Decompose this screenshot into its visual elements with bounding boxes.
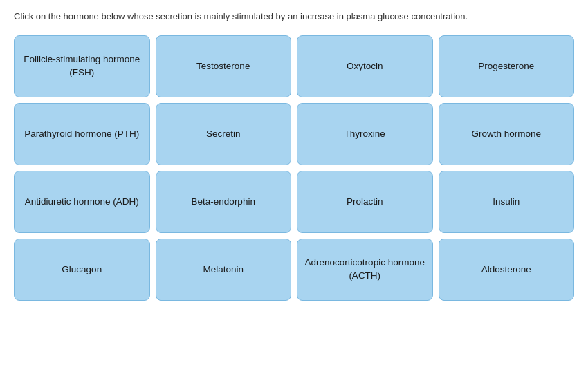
hormone-cell-progesterone[interactable]: Progesterone <box>439 35 575 97</box>
hormone-cell-adh[interactable]: Antidiuretic hormone (ADH) <box>14 171 150 233</box>
hormone-cell-aldosterone[interactable]: Aldosterone <box>439 239 575 301</box>
hormone-cell-secretin[interactable]: Secretin <box>156 103 292 165</box>
hormone-grid: Follicle-stimulating hormone (FSH)Testos… <box>14 35 574 301</box>
hormone-cell-melatonin[interactable]: Melatonin <box>156 239 292 301</box>
hormone-cell-thyroxine[interactable]: Thyroxine <box>297 103 433 165</box>
hormone-cell-prolactin[interactable]: Prolactin <box>297 171 433 233</box>
hormone-cell-fsh[interactable]: Follicle-stimulating hormone (FSH) <box>14 35 150 97</box>
hormone-cell-oxytocin[interactable]: Oxytocin <box>297 35 433 97</box>
hormone-cell-growth-hormone[interactable]: Growth hormone <box>439 103 575 165</box>
hormone-cell-acth[interactable]: Adrenocorticotropic hormone (ACTH) <box>297 239 433 301</box>
hormone-cell-testosterone[interactable]: Testosterone <box>156 35 292 97</box>
hormone-cell-pth[interactable]: Parathyroid hormone (PTH) <box>14 103 150 165</box>
hormone-cell-glucagon[interactable]: Glucagon <box>14 239 150 301</box>
hormone-cell-beta-endorphin[interactable]: Beta-endorphin <box>156 171 292 233</box>
hormone-cell-insulin[interactable]: Insulin <box>439 171 575 233</box>
instruction-text: Click on the hormone below whose secreti… <box>14 10 574 23</box>
